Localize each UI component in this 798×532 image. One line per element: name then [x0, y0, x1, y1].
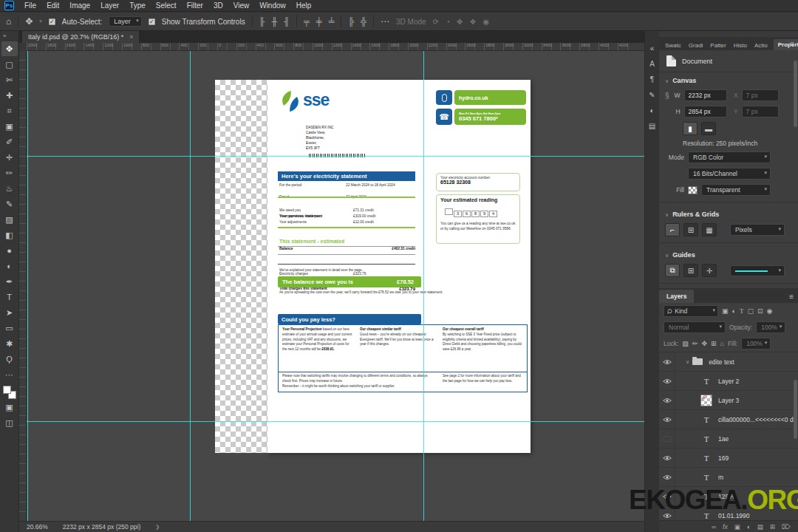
path-select-tool[interactable]: ➤	[1, 305, 18, 320]
guide-style-dropdown[interactable]	[730, 265, 785, 276]
menu-item[interactable]: Edit	[47, 1, 59, 10]
layer-name[interactable]: cilla000000...<<<<<<<<0 d	[718, 416, 794, 423]
lock-transparent-icon[interactable]: ▨	[682, 340, 689, 347]
new-group-icon[interactable]: ▤	[757, 523, 763, 531]
new-layer-icon[interactable]: ⊞	[770, 523, 775, 531]
menu-item[interactable]: Layer	[100, 1, 119, 10]
layer-name[interactable]: 169	[718, 454, 729, 462]
crop-tool[interactable]: ⌗	[1, 103, 18, 118]
lock-all-icon[interactable]: ⌂	[720, 340, 723, 347]
quick-mask-icon[interactable]: ▣	[1, 400, 18, 415]
toggle-guides-icon[interactable]: ⧉	[665, 264, 680, 277]
document-page[interactable]: sse hydro.co.uk ☎ Mon-Fri 8am-8pm Sat 8a…	[267, 80, 531, 453]
layer-name[interactable]: edite text	[709, 358, 734, 366]
3d-roll-icon[interactable]: ◔	[446, 18, 450, 26]
layer-row-group[interactable]: ∨ edite text	[659, 352, 798, 372]
canvas[interactable]: 2000180016001400120010008006004002000200…	[19, 43, 644, 521]
color-mode-dropdown[interactable]: RGB Color	[688, 151, 771, 163]
app-logo-icon[interactable]: Ps	[4, 1, 14, 10]
menu-item[interactable]: Help	[296, 1, 312, 10]
filter-pixel-layers-icon[interactable]: ▣	[722, 307, 729, 315]
more-options-icon[interactable]: ⋯	[381, 16, 389, 27]
align-right-icon[interactable]: ╢	[284, 17, 290, 26]
more-tools[interactable]: ⋯	[1, 367, 18, 382]
move-tool[interactable]: ✥	[1, 41, 18, 56]
menu-item[interactable]: Type	[129, 1, 146, 10]
3d-pan-icon[interactable]: ✥	[457, 18, 463, 26]
layer-row-text[interactable]: T 169	[659, 449, 798, 468]
libraries-panel-icon[interactable]: ▤	[649, 122, 655, 130]
delete-layer-icon[interactable]: ⌦	[782, 523, 791, 531]
adjustment-layer-icon[interactable]: ◐	[747, 523, 751, 531]
fill-dropdown[interactable]: Transparent	[701, 184, 771, 196]
blur-tool[interactable]: ●	[1, 243, 18, 258]
glyphs-panel-icon[interactable]: ✎	[649, 91, 655, 99]
toggle-grid-icon[interactable]: ⊞	[683, 223, 698, 236]
distribute-h-icon[interactable]: ╠	[348, 17, 354, 26]
menu-item[interactable]: Select	[156, 1, 177, 10]
guide-vertical-3[interactable]	[423, 51, 424, 521]
align-bottom-icon[interactable]: ╧	[329, 17, 335, 26]
eyedropper-tool[interactable]: ✐	[1, 134, 18, 149]
layer-mask-icon[interactable]: ▣	[734, 523, 740, 531]
lock-artboard-icon[interactable]: ⊞	[711, 340, 717, 347]
menu-item[interactable]: Image	[69, 1, 90, 10]
filter-adjustment-layers-icon[interactable]: ◐	[732, 307, 736, 315]
group-expand-caret-icon[interactable]: ∨	[686, 359, 689, 365]
panel-tab[interactable]: Properties	[774, 39, 798, 50]
guide-vertical-2[interactable]	[190, 51, 191, 521]
filter-type-layers-icon[interactable]: T	[740, 307, 744, 315]
portrait-orientation-button[interactable]: ▮	[683, 122, 698, 135]
gradient-tool[interactable]: ◧	[1, 228, 18, 242]
history-brush-tool[interactable]: ✎	[1, 197, 18, 211]
dodge-tool[interactable]: ◐	[1, 259, 18, 273]
eraser-tool[interactable]: ▨	[1, 212, 18, 227]
adjustments-panel-icon[interactable]: ◐	[649, 106, 654, 115]
lock-guides-icon[interactable]: ⊞	[683, 264, 698, 277]
lock-position-icon[interactable]: ✥	[701, 340, 707, 347]
layer-name[interactable]: Layer 3	[718, 397, 739, 404]
brush-tool[interactable]: ✏	[1, 166, 18, 180]
layers-menu-icon[interactable]: ≡	[789, 293, 794, 301]
home-icon[interactable]: ⌂	[6, 16, 11, 27]
zoom-level-field[interactable]: 20.66%	[27, 523, 48, 531]
layer-name[interactable]: m	[718, 474, 723, 481]
layer-row-text[interactable]: T cilla000000...<<<<<<<<0 d	[659, 410, 798, 429]
menu-item[interactable]: File	[24, 1, 36, 10]
character-panel-icon[interactable]: A	[649, 60, 655, 68]
status-options-arrow-icon[interactable]: ❯	[155, 524, 160, 530]
menu-item[interactable]: Window	[259, 1, 286, 10]
clear-guides-icon[interactable]: ✛	[702, 264, 717, 277]
visibility-toggle[interactable]	[659, 429, 675, 449]
panel-tab[interactable]: Gradi	[687, 41, 705, 50]
landscape-orientation-button[interactable]: ▬	[701, 122, 716, 135]
panel-tab[interactable]: Patter	[709, 41, 727, 50]
pen-tool[interactable]: ✒	[1, 274, 18, 289]
visibility-toggle[interactable]	[659, 449, 675, 468]
units-dropdown[interactable]: Pixels	[730, 224, 785, 236]
shape-tool[interactable]: ▭	[1, 321, 18, 335]
guide-horizontal-1[interactable]	[27, 156, 644, 157]
toggle-pixel-grid-icon[interactable]: ▦	[702, 223, 717, 236]
panel-tab[interactable]: Swatc	[664, 41, 683, 50]
type-tool[interactable]: T	[1, 290, 18, 304]
properties-scrollbar[interactable]	[794, 61, 797, 127]
healing-brush-tool[interactable]: ✛	[1, 150, 18, 165]
screen-mode-icon[interactable]: ◫	[1, 415, 18, 430]
marquee-tool[interactable]: ▢	[1, 57, 18, 72]
layer-name[interactable]: Layer 2	[718, 378, 739, 385]
x-field[interactable]: 7 px	[742, 89, 779, 101]
visibility-toggle[interactable]	[659, 468, 675, 487]
expand-panels-icon[interactable]: «	[650, 44, 655, 52]
align-left-icon[interactable]: ╟	[259, 17, 265, 26]
3d-rotate-icon[interactable]: ⟳	[433, 18, 439, 26]
quick-selection-tool[interactable]: ✚	[1, 88, 18, 103]
visibility-toggle[interactable]	[659, 410, 675, 429]
bit-depth-dropdown[interactable]: 16 Bits/Channel	[688, 168, 771, 180]
link-layers-icon[interactable]: ∞	[712, 523, 716, 531]
tab-close-icon[interactable]: ×	[129, 33, 133, 41]
filter-smart-objects-icon[interactable]: ⊡	[757, 307, 763, 315]
layers-tab[interactable]: Layers	[659, 290, 694, 303]
clone-stamp-tool[interactable]: ♨	[1, 181, 18, 196]
rulers-grids-section-header[interactable]: ∨Rulers & Grids	[659, 206, 798, 221]
